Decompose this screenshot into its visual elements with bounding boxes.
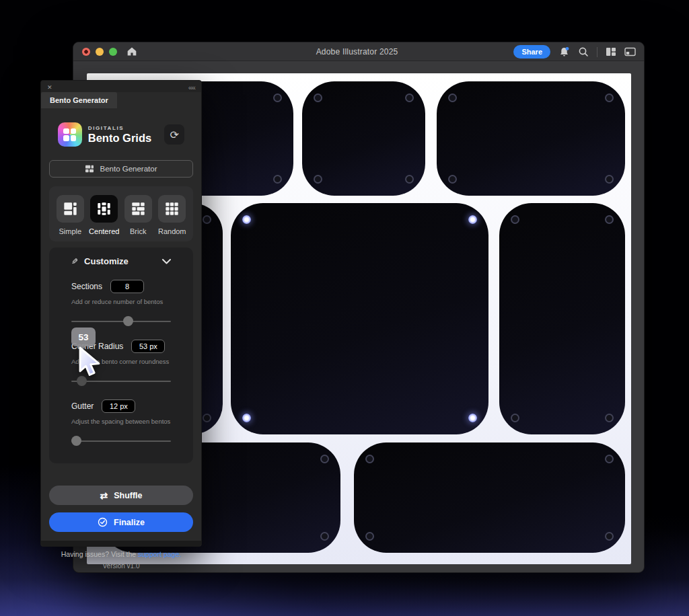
layout-label: Random [158,227,186,235]
brand-eyebrow: DIGITALIS [88,125,151,131]
customize-header[interactable]: ✎ Customize [71,256,171,266]
anchor-dot [314,93,322,102]
layout-label: Centered [89,227,119,235]
layout-option-centered[interactable]: Centered [87,195,122,235]
anchor-dot [405,175,414,184]
layout-option-simple[interactable]: Simple [53,195,87,235]
anchor-dot [320,532,329,541]
anchor-dot [273,93,282,102]
anchor-dot [605,414,614,422]
corner-radius-value-input[interactable]: 53 px [131,340,165,353]
sections-helper: Add or reduce number of bentos [71,298,171,305]
search-icon[interactable] [578,46,589,57]
shuffle-icon: ⇄ [100,490,108,501]
refresh-icon: ⟳ [170,128,179,141]
support-page-link[interactable]: support page. [138,550,181,558]
close-panel-icon[interactable]: ✕ [47,84,52,91]
anchor-dot [605,215,614,224]
anchor-dot [314,175,322,184]
titlebar: Adobe Illustrator 2025 Share [73,42,644,61]
anchor-dot [448,93,457,102]
anchor-dot [468,215,477,224]
finalize-button-label: Finalize [114,518,145,527]
close-window-button[interactable] [82,48,90,56]
share-button[interactable]: Share [513,45,550,59]
bento-box[interactable] [354,442,625,553]
anchor-dot [273,175,282,184]
anchor-dot [242,215,251,224]
refresh-button[interactable]: ⟳ [164,124,184,145]
bento-generator-button-label: Bento Generator [100,165,157,173]
window-title: Adobe Illustrator 2025 [316,47,398,56]
zoom-window-button[interactable] [109,48,117,56]
slider-track[interactable] [71,440,171,442]
brand-row: DIGITALIS Bento Grids ⟳ [48,122,194,147]
panel-bottom-strip [41,541,201,546]
sections-value-input[interactable]: 8 [110,280,144,293]
anchor-dot [605,532,614,541]
slider-thumb[interactable] [123,316,133,326]
layout-label: Brick [130,227,146,235]
workspace-switcher-icon[interactable] [606,47,616,56]
shuffle-button-label: Shuffle [114,491,142,500]
bento-box[interactable] [499,203,625,434]
simple-layout-icon [57,195,84,223]
brand-name: Bento Grids [88,132,151,145]
anchor-dot [242,414,251,422]
panel-tab[interactable]: Bento Generator [41,92,117,108]
notifications-bell-icon[interactable] [558,46,570,58]
finalize-button[interactable]: Finalize [49,512,193,532]
gutter-field: Gutter 12 px Adjust the spacing between … [71,399,171,446]
anchor-dot [405,93,414,102]
anchor-dot [468,414,477,422]
panel-chrome: ✕ «« [41,81,201,92]
version-label: Version v1.0 [41,562,201,570]
traffic-lights [82,48,117,56]
panel-footer: Having issues? Visit the support page. V… [41,550,201,570]
sections-slider[interactable] [71,316,171,326]
shuffle-button[interactable]: ⇄ Shuffle [49,486,193,505]
anchor-dot [605,175,614,184]
anchor-dot [448,175,457,184]
anchor-dot [511,215,519,224]
anchor-dot [320,455,329,463]
pencil-icon: ✎ [71,257,78,266]
sections-label: Sections [71,282,102,291]
slider-thumb[interactable] [71,436,81,446]
panel-toggle-icon[interactable] [624,47,636,56]
gutter-helper: Adjust the spacing between bentos [71,418,171,425]
centered-layout-icon [90,195,118,223]
mouse-cursor-icon [75,346,104,378]
layout-label: Simple [59,227,81,235]
random-layout-icon [158,195,186,223]
brick-layout-icon [124,195,152,223]
bento-box[interactable] [302,81,425,196]
gutter-slider[interactable] [71,436,171,446]
bento-generator-panel: ✕ «« Bento Generator DIGITALIS Bento Gri… [40,80,202,547]
minimize-window-button[interactable] [96,48,104,56]
bento-box[interactable] [437,81,625,196]
slider-track[interactable] [71,321,171,322]
layout-option-random[interactable]: Random [155,195,190,235]
gutter-value-input[interactable]: 12 px [102,399,135,413]
customize-section: ✎ Customize Sections 8 Add or reduce num… [49,247,193,463]
collapse-panel-icon[interactable]: «« [188,83,195,91]
bento-box[interactable] [231,203,488,434]
customize-title: Customize [84,256,156,266]
check-circle-icon [98,517,108,527]
home-icon[interactable] [126,46,137,56]
anchor-dot [203,215,211,224]
titlebar-divider [597,47,597,57]
footer-text: Having issues? Visit the [61,550,138,558]
digitalis-logo-icon [58,122,82,147]
gutter-label: Gutter [71,401,94,411]
anchor-dot [203,414,211,422]
layout-option-brick[interactable]: Brick [121,195,155,235]
anchor-dot [511,414,519,422]
chevron-down-icon[interactable] [162,259,171,264]
bento-generator-button[interactable]: Bento Generator [49,160,193,178]
anchor-dot [605,93,614,102]
grid-icon [85,165,94,173]
anchor-dot [365,532,374,541]
anchor-dot [605,455,614,463]
